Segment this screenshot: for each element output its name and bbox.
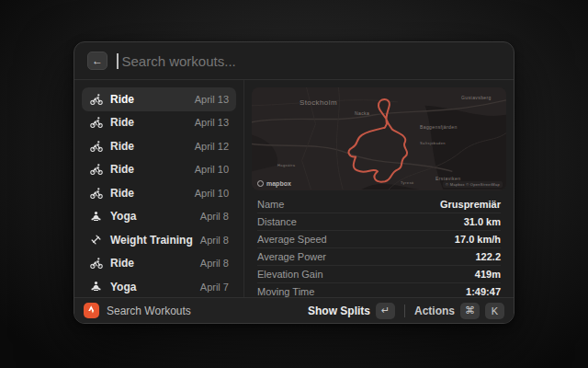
workout-row[interactable]: Ride April 10 <box>82 181 236 205</box>
yoga-icon <box>89 210 103 224</box>
map-canvas <box>252 87 506 190</box>
actions-button[interactable]: Actions ⌘ K <box>414 303 504 319</box>
workout-title: Ride <box>110 163 187 176</box>
workout-row[interactable]: Ride April 10 <box>82 158 236 182</box>
stat-label: Elevation Gain <box>257 269 323 280</box>
bike-icon <box>89 92 103 106</box>
text-caret <box>117 53 119 69</box>
palette-body: Ride April 13 Ride April 13 Ride April 1… <box>74 80 514 297</box>
workout-title: Ride <box>110 93 187 106</box>
workout-title: Ride <box>110 116 187 129</box>
workout-date: April 7 <box>200 282 229 293</box>
desktop: { "search": { "placeholder": "Search wor… <box>0 0 588 368</box>
show-splits-button[interactable]: Show Splits ↵ <box>308 303 395 319</box>
bike-icon <box>89 163 103 177</box>
bike-icon <box>89 186 103 200</box>
stat-row: Name Gruspremiär <box>257 196 501 213</box>
mapbox-logo[interactable]: mapbox <box>257 180 291 187</box>
workout-date: April 13 <box>195 117 229 128</box>
workout-stats: Name Gruspremiär Distance 31.0 km Averag… <box>244 196 514 297</box>
stat-value: Gruspremiär <box>440 199 501 210</box>
workout-title: Weight Training <box>110 234 193 247</box>
workout-row[interactable]: Ride April 8 <box>82 252 236 276</box>
workout-row[interactable]: Ride April 13 <box>82 87 236 111</box>
workout-list[interactable]: Ride April 13 Ride April 13 Ride April 1… <box>74 80 244 297</box>
stat-value: 1:49:47 <box>466 286 501 297</box>
bike-icon <box>89 116 103 130</box>
map-place-label: Gustavsberg <box>461 95 492 100</box>
search-input[interactable] <box>122 53 502 69</box>
detail-panel: StockholmNackaGustavsbergBaggensfjärdenS… <box>244 80 514 297</box>
workout-row[interactable]: Ride April 12 <box>82 134 236 158</box>
workout-row[interactable]: Ride April 13 <box>82 111 236 135</box>
cmd-key-icon: ⌘ <box>460 303 480 319</box>
workout-title: Ride <box>110 187 187 200</box>
workout-row[interactable]: Yoga April 8 <box>82 205 236 229</box>
stat-label: Average Speed <box>257 234 327 245</box>
stat-row: Average Speed 17.0 km/h <box>257 231 501 248</box>
back-arrow-icon: ← <box>92 54 103 67</box>
enter-key-icon: ↵ <box>376 303 395 319</box>
bike-icon <box>89 257 103 270</box>
workout-date: April 8 <box>200 258 229 269</box>
workout-title: Yoga <box>110 281 193 293</box>
workout-date: April 10 <box>195 164 229 175</box>
command-palette-window: ← Ride April 13 Ride April 13 Ride April… <box>74 41 514 324</box>
stat-row: Moving Time 1:49:47 <box>257 283 501 297</box>
workout-row[interactable]: Yoga April 7 <box>82 275 236 297</box>
yoga-icon <box>89 280 103 293</box>
stat-value: 17.0 km/h <box>455 234 501 245</box>
workout-date: April 12 <box>195 141 229 152</box>
map-place-label: Baggensfjärden <box>420 124 458 130</box>
workout-title: Yoga <box>110 210 193 223</box>
search-bar: ← <box>74 42 514 80</box>
stat-value: 31.0 km <box>464 216 501 227</box>
stat-row: Distance 31.0 km <box>257 213 501 231</box>
stat-value: 419m <box>475 269 501 280</box>
map-place-label: Nacka <box>355 110 369 116</box>
stat-value: 122.2 <box>475 251 501 262</box>
strava-icon <box>84 303 99 318</box>
map-place-label: Hagsätra <box>277 163 295 167</box>
workout-title: Ride <box>110 140 187 153</box>
extension-title: Search Workouts <box>107 305 191 317</box>
status-bar: Search Workouts Show Splits ↵ Actions ⌘ … <box>74 297 514 323</box>
workout-date: April 13 <box>195 94 229 105</box>
back-button[interactable]: ← <box>87 52 107 70</box>
workout-date: April 10 <box>195 188 229 199</box>
bike-icon <box>89 139 103 153</box>
workout-title: Ride <box>110 257 193 270</box>
k-key-icon: K <box>485 303 504 319</box>
stat-label: Moving Time <box>257 286 314 297</box>
stat-label: Distance <box>257 216 297 227</box>
workout-date: April 8 <box>200 211 229 222</box>
map-place-label: Tyresö <box>401 180 413 185</box>
route-map: StockholmNackaGustavsbergBaggensfjärdenS… <box>252 87 506 190</box>
workout-date: April 8 <box>200 235 229 246</box>
map-place-label: Saltsjöbaden <box>420 141 446 145</box>
stat-label: Average Power <box>257 251 326 262</box>
footer-divider <box>404 305 405 317</box>
weight-icon <box>89 233 103 247</box>
map-attribution[interactable]: © Mapbox © OpenStreetMap <box>443 181 503 188</box>
mapbox-icon <box>257 180 264 187</box>
stat-label: Name <box>257 199 284 210</box>
stat-row: Elevation Gain 419m <box>257 266 501 283</box>
stat-row: Average Power 122.2 <box>257 248 501 266</box>
workout-row[interactable]: Weight Training April 8 <box>82 228 236 252</box>
map-place-label: Stockholm <box>300 98 337 107</box>
